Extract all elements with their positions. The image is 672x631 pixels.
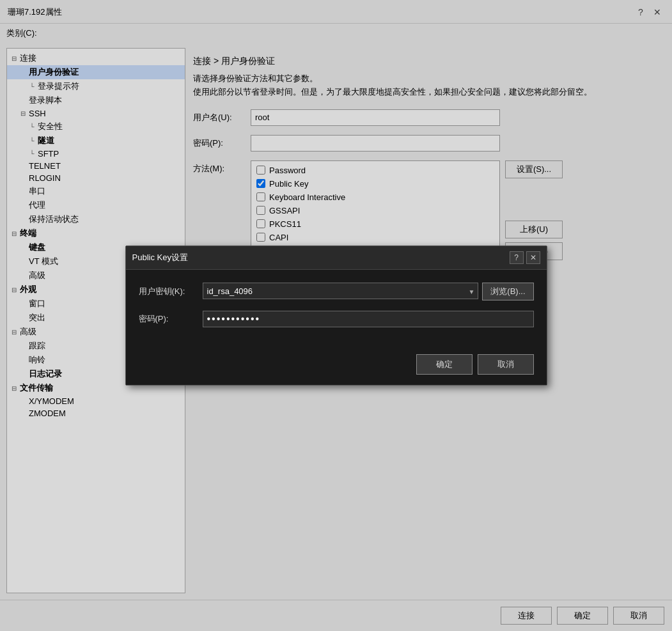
sub-password-input[interactable] (203, 311, 534, 327)
sub-dialog-title-btns: ? ✕ (510, 251, 540, 264)
overlay: Public Key设置 ? ✕ 用户密钥(K): id_rsa_4096 (0, 0, 672, 631)
sub-dialog-title-text: Public Key设置 (132, 252, 188, 263)
sub-close-button[interactable]: ✕ (526, 251, 540, 264)
sub-password-row: 密码(P): (139, 311, 534, 327)
sub-select-wrap: id_rsa_4096 ▼ (203, 283, 479, 300)
sub-user-key-row: 用户密钥(K): id_rsa_4096 ▼ 浏览(B)... (139, 283, 534, 300)
sub-ok-button[interactable]: 确定 (416, 354, 473, 375)
sub-help-button[interactable]: ? (510, 251, 524, 264)
sub-dialog-body: 用户密钥(K): id_rsa_4096 ▼ 浏览(B)... 密码(P): (126, 270, 547, 348)
sub-password-label: 密码(P): (139, 313, 203, 325)
sub-password-wrap (203, 311, 534, 327)
sub-user-key-label: 用户密钥(K): (139, 286, 203, 297)
sub-cancel-button[interactable]: 取消 (478, 354, 534, 375)
main-dialog: 珊瑚7.192属性 ? ✕ 类别(C): ⊟连接用户身份验证└登录提示符登录脚本… (0, 0, 672, 631)
sub-user-key-wrap: id_rsa_4096 ▼ 浏览(B)... (203, 283, 534, 300)
user-key-select[interactable]: id_rsa_4096 (203, 283, 479, 299)
sub-dialog-title: Public Key设置 ? ✕ (126, 246, 547, 270)
browse-button[interactable]: 浏览(B)... (482, 283, 533, 300)
sub-dialog-footer: 确定 取消 (126, 348, 547, 385)
sub-dialog: Public Key设置 ? ✕ 用户密钥(K): id_rsa_4096 (125, 245, 547, 386)
